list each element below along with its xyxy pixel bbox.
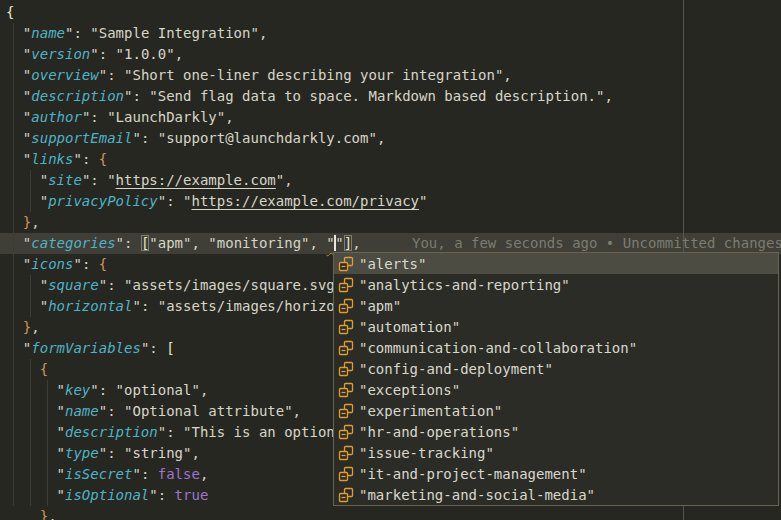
suggestion-item[interactable]: "alerts" — [334, 253, 778, 274]
code-token: " — [6, 172, 48, 188]
code-token: "Short one-liner describing your integra… — [124, 67, 503, 83]
code-token: " — [6, 298, 48, 314]
suggestion-item[interactable]: "exceptions" — [334, 379, 778, 400]
code-token: , — [191, 445, 199, 461]
suggestion-item[interactable]: "issue-tracking" — [334, 442, 778, 463]
code-token: { — [40, 361, 48, 377]
suggestion-item[interactable]: "experimentation" — [334, 400, 778, 421]
suggestion-item[interactable]: "communication-and-collaboration" — [334, 337, 778, 358]
code-token: { — [99, 151, 107, 167]
code-token: , — [31, 214, 39, 230]
code-token: ": — [90, 382, 115, 398]
code-token: "assets/images/square.svg" — [124, 277, 343, 293]
suggestion-item[interactable]: "marketing-and-social-media" — [334, 484, 778, 505]
code-token: name — [65, 403, 99, 419]
code-line[interactable]: "description": "Send flag data to space.… — [0, 86, 781, 107]
code-token: , — [503, 67, 511, 83]
symbol-value-icon — [338, 403, 354, 419]
code-token: " — [419, 193, 427, 209]
code-token: , — [310, 235, 327, 251]
code-line[interactable]: "privacyPolicy": "https://example.com/pr… — [0, 191, 781, 212]
code-token: ": — [132, 298, 157, 314]
symbol-value-icon — [338, 382, 354, 398]
code-token: , — [284, 172, 292, 188]
code-token: links — [31, 151, 73, 167]
code-token: ": — [158, 424, 183, 440]
code-token: supportEmail — [31, 130, 132, 146]
suggestion-label: "communication-and-collaboration" — [359, 340, 637, 356]
code-token: https://example.com/privacy — [191, 193, 419, 209]
code-token: " — [6, 277, 48, 293]
code-token: square — [48, 277, 99, 293]
code-token: description — [65, 424, 158, 440]
code-line[interactable]: "version": "1.0.0", — [0, 44, 781, 65]
code-line[interactable]: "links": { — [0, 149, 781, 170]
code-token: " — [6, 424, 65, 440]
code-token: " — [6, 256, 31, 272]
code-token: ": — [73, 256, 98, 272]
symbol-value-icon — [338, 487, 354, 503]
code-line[interactable]: "site": "https://example.com", — [0, 170, 781, 191]
code-token: " — [6, 382, 65, 398]
code-token: " — [6, 25, 31, 41]
code-token: " — [6, 340, 31, 356]
code-token: "1.0.0" — [116, 46, 175, 62]
code-token: , — [377, 130, 385, 146]
code-token: "Optional attribute" — [124, 403, 293, 419]
code-token: type — [65, 445, 99, 461]
code-token: author — [31, 109, 82, 125]
code-line[interactable]: "author": "LaunchDarkly", — [0, 107, 781, 128]
code-line[interactable]: }, — [0, 212, 781, 233]
code-token: ": — [124, 88, 149, 104]
code-token: " — [6, 193, 48, 209]
code-token: " — [6, 466, 65, 482]
suggestion-label: "issue-tracking" — [359, 445, 494, 461]
code-token: "LaunchDarkly" — [107, 109, 225, 125]
code-token: " — [107, 172, 115, 188]
code-token — [6, 319, 23, 335]
code-token — [6, 361, 40, 377]
suggestion-item[interactable]: "hr-and-operations" — [334, 421, 778, 442]
symbol-value-icon — [338, 424, 354, 440]
code-token: "optional" — [116, 382, 200, 398]
editor-pane: { "colors": { "background": "#272721", "… — [0, 0, 781, 520]
code-token: , — [352, 235, 360, 251]
code-token: " — [6, 88, 31, 104]
code-token: ": — [99, 403, 124, 419]
code-token — [6, 508, 40, 520]
code-token: ": — [65, 25, 90, 41]
code-token: horizontal — [48, 298, 132, 314]
suggestion-item[interactable]: "automation" — [334, 316, 778, 337]
code-line[interactable]: { — [0, 2, 781, 23]
code-token: " — [6, 109, 31, 125]
code-token: , — [191, 235, 208, 251]
code-line[interactable]: "overview": "Short one-liner describing … — [0, 65, 781, 86]
code-token: "monitoring" — [208, 235, 309, 251]
suggestion-item[interactable]: "analytics-and-reporting" — [334, 274, 778, 295]
code-token: " — [6, 130, 31, 146]
code-token: " — [6, 445, 65, 461]
code-token: { — [6, 4, 14, 20]
code-line[interactable]: }, — [0, 506, 781, 520]
symbol-value-icon — [338, 466, 354, 482]
suggestion-item[interactable]: "apm" — [334, 295, 778, 316]
code-token: overview — [31, 67, 98, 83]
code-token: ": — [99, 445, 124, 461]
code-token: ": — [158, 193, 183, 209]
suggestion-label: "hr-and-operations" — [359, 424, 519, 440]
git-blame-annotation[interactable]: You, a few seconds ago • Uncommitted cha… — [412, 233, 781, 254]
code-line[interactable]: "name": "Sample Integration", — [0, 23, 781, 44]
symbol-value-icon — [338, 277, 354, 293]
code-token: "string" — [124, 445, 191, 461]
symbol-value-icon — [338, 340, 354, 356]
suggestion-item[interactable]: "config-and-deployment" — [334, 358, 778, 379]
suggest-list: "alerts""analytics-and-reporting""apm""a… — [334, 253, 778, 505]
code-token: true — [175, 487, 209, 503]
code-token: categories — [31, 235, 115, 251]
code-token: " — [6, 151, 31, 167]
code-token: " — [276, 172, 284, 188]
code-line[interactable]: "supportEmail": "support@launchdarkly.co… — [0, 128, 781, 149]
code-token: privacyPolicy — [48, 193, 158, 209]
suggestion-item[interactable]: "it-and-project-management" — [334, 463, 778, 484]
suggestion-label: "analytics-and-reporting" — [359, 277, 570, 293]
